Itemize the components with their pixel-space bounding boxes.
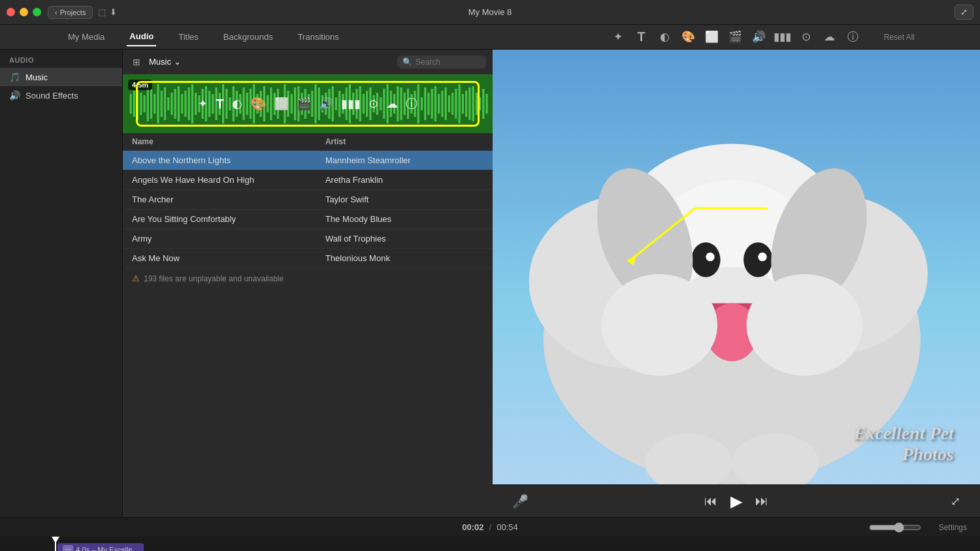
skip-forward-button[interactable]: ⏭ [755, 494, 768, 509]
svg-rect-13 [171, 93, 172, 115]
play-button[interactable]: ▶ [730, 492, 742, 511]
speed-icon[interactable]: ⊙ [796, 27, 816, 47]
svg-rect-7 [150, 89, 152, 119]
projects-button[interactable]: ‹ Projects [48, 6, 93, 19]
magic-wand-icon[interactable]: ✦ [608, 27, 628, 47]
song-row-5[interactable]: Ask Me Now Thelonious Monk [123, 249, 493, 268]
song-artist-3: The Moody Blues [325, 214, 483, 224]
waveform-area: 4.5m [123, 74, 493, 133]
song-list-header: Name Artist [123, 133, 493, 151]
crop-icon[interactable]: ⬜ [702, 27, 722, 47]
svg-rect-102 [476, 93, 478, 115]
skip-back-button[interactable]: ⏮ [704, 494, 717, 509]
song-row-2[interactable]: The Archer Taylor Swift [123, 190, 493, 210]
svg-rect-85 [417, 84, 419, 123]
mini-color-icon[interactable]: 🎨 [250, 96, 267, 112]
svg-rect-12 [167, 97, 169, 110]
chevron-left-icon: ‹ [55, 8, 57, 16]
mini-magic-wand-icon[interactable]: ✦ [198, 97, 208, 111]
music-dropdown[interactable]: Music ⌄ [149, 57, 181, 67]
video-overlay-line1: Excellent Pet [854, 423, 954, 444]
mini-video-icon[interactable]: 🎬 [297, 97, 311, 111]
maximize-button[interactable] [33, 8, 41, 16]
sidebar-item-music[interactable]: 🎵 Music [0, 68, 122, 86]
microphone-button[interactable]: 🎤 [512, 494, 529, 509]
svg-rect-87 [424, 87, 426, 120]
mini-chart-icon[interactable]: ▮▮▮ [341, 97, 361, 111]
tab-my-media[interactable]: My Media [65, 28, 107, 46]
tab-titles[interactable]: Titles [176, 28, 201, 46]
song-row-3[interactable]: Are You Sitting Comfortably The Moody Bl… [123, 210, 493, 229]
svg-rect-95 [451, 93, 453, 115]
warning-row: ⚠ 193 files are unplayable and unavailab… [123, 268, 493, 289]
close-button[interactable] [7, 8, 15, 16]
text-icon[interactable]: T [632, 27, 651, 47]
mini-crop-circle-icon[interactable]: ◐ [232, 97, 242, 111]
timeline-header: 00:02 / 00:54 Settings [0, 517, 980, 537]
settings-button[interactable]: Settings [939, 523, 967, 532]
main-content: AUDIO 🎵 Music 🔊 Sound Effects ⊞ Music ⌄ … [0, 50, 980, 517]
grid-view-icon[interactable]: ⊞ [129, 55, 144, 69]
video-preview: Excellent Pet Photos [493, 50, 980, 484]
right-panel: Excellent Pet Photos 🎤 ⏮ ▶ ⏭ ⤢ [493, 50, 980, 517]
svg-point-116 [758, 253, 766, 261]
expand-button[interactable]: ⤢ [951, 494, 960, 509]
column-artist-header: Artist [325, 137, 483, 146]
mini-crop-icon[interactable]: ⬜ [274, 97, 289, 111]
song-row-1[interactable]: Angels We Have Heard On High Aretha Fran… [123, 170, 493, 190]
svg-rect-9 [157, 84, 159, 123]
svg-rect-4 [140, 93, 142, 115]
current-time: 00:02 [462, 522, 483, 532]
track-dots-icon: ··· [63, 545, 73, 551]
info-icon[interactable]: ⓘ [843, 27, 863, 47]
mini-speed-icon[interactable]: ⊙ [368, 97, 378, 111]
audio-icon[interactable]: 🔊 [749, 27, 769, 47]
tab-transitions[interactable]: Transitions [295, 28, 342, 46]
video-icon[interactable]: 🎬 [726, 27, 745, 47]
reset-all-button[interactable]: Reset All [884, 33, 915, 42]
audio-browser-header: ⊞ Music ⌄ 🔍 [123, 50, 493, 74]
song-artist-4: Wall of Trophies [325, 234, 483, 244]
song-title-3: Are You Sitting Comfortably [132, 214, 325, 224]
chart-icon[interactable]: ▮▮▮ [773, 27, 792, 47]
volume-slider[interactable] [869, 522, 921, 533]
search-box[interactable]: 🔍 [397, 55, 486, 69]
left-panel: AUDIO 🎵 Music 🔊 Sound Effects [0, 50, 123, 517]
title-bar-right: ⤢ [955, 5, 973, 20]
timeline-tracks: ⊢⊣ ··· 4.0s – My Excelle... 🐕 ◀ ▶ 🐈 ◀ [0, 537, 980, 551]
audio-section-header: AUDIO [0, 50, 122, 68]
center-panel: ⊞ Music ⌄ 🔍 4.5m [123, 50, 493, 517]
svg-rect-98 [462, 94, 464, 114]
nav-tabs: My Media Audio Titles Backgrounds Transi… [0, 25, 980, 50]
svg-rect-14 [174, 89, 176, 119]
playhead-triangle [52, 537, 59, 543]
sidebar-item-sound-effects[interactable]: 🔊 Sound Effects [0, 86, 122, 104]
mini-audio-icon[interactable]: 🔊 [319, 97, 333, 111]
song-title-1: Angels We Have Heard On High [132, 175, 325, 185]
sound-effects-icon: 🔊 [9, 90, 20, 101]
song-artist-1: Aretha Franklin [325, 175, 483, 185]
mini-text-icon[interactable]: T [216, 97, 223, 112]
svg-point-114 [743, 242, 772, 277]
song-row-0[interactable]: Above the Northern Lights Mannheim Steam… [123, 151, 493, 170]
tab-backgrounds[interactable]: Backgrounds [221, 28, 276, 46]
tab-audio[interactable]: Audio [127, 27, 156, 46]
crop-circle-icon[interactable]: ◐ [655, 27, 675, 47]
overlay-icon[interactable]: ☁ [820, 27, 840, 47]
search-input[interactable] [416, 57, 481, 67]
svg-rect-2 [133, 91, 135, 117]
svg-point-115 [706, 253, 714, 261]
color-icon[interactable]: 🎨 [679, 27, 698, 47]
svg-rect-1 [129, 94, 131, 114]
column-name-header: Name [132, 137, 325, 146]
song-row-4[interactable]: Army Wall of Trophies [123, 229, 493, 249]
mini-info-icon[interactable]: ⓘ [406, 96, 417, 112]
svg-rect-20 [195, 93, 197, 115]
song-list: Name Artist Above the Northern Lights Ma… [123, 133, 493, 517]
dog-background: Excellent Pet Photos [493, 50, 980, 484]
svg-rect-89 [431, 89, 433, 119]
mini-overlay-icon[interactable]: ☁ [386, 97, 398, 111]
minimize-button[interactable] [20, 8, 28, 16]
total-time: 00:54 [497, 522, 518, 532]
fullscreen-button[interactable]: ⤢ [955, 5, 973, 20]
